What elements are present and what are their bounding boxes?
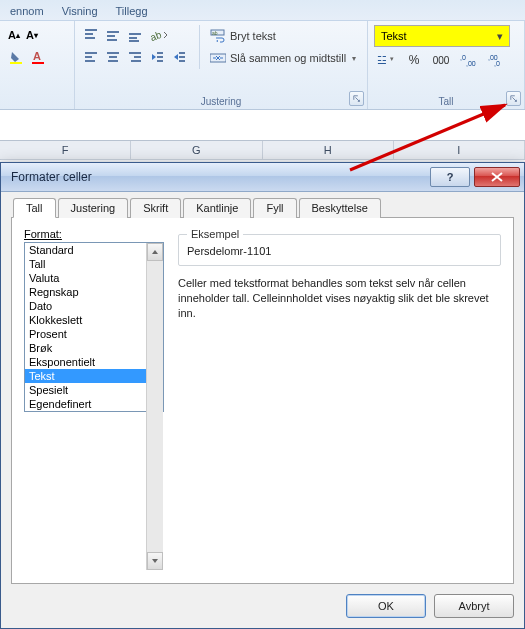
format-list-item[interactable]: Eksponentielt — [25, 355, 163, 369]
svg-rect-11 — [129, 40, 139, 42]
svg-rect-26 — [179, 56, 185, 58]
accounting-format-button[interactable]: ☳▾ — [374, 50, 400, 70]
scroll-down-button[interactable] — [147, 552, 163, 570]
dialog-titlebar: Formater celler ? — [1, 163, 524, 192]
merge-center-button[interactable]: Slå sammen og midtstill ▾ — [206, 47, 360, 69]
format-list-item[interactable]: Tekst — [25, 369, 163, 383]
svg-rect-7 — [107, 35, 115, 37]
ribbon-tab[interactable]: ennom — [10, 5, 44, 20]
format-label: Format: — [24, 228, 164, 240]
svg-rect-6 — [107, 31, 119, 33]
column-header[interactable]: F — [0, 141, 131, 159]
dialog-tabs: Tall Justering Skrift Kantlinje Fyll Bes… — [11, 198, 514, 218]
svg-text:ab: ab — [150, 29, 163, 42]
format-list-item[interactable]: Prosent — [25, 327, 163, 341]
svg-rect-2 — [32, 62, 44, 64]
group-label-alignment: Justering — [75, 96, 367, 107]
comma-format-button[interactable]: 000 — [428, 50, 454, 70]
merge-center-label: Slå sammen og midtstill — [230, 52, 346, 64]
column-header[interactable]: I — [394, 141, 525, 159]
column-header[interactable]: G — [131, 141, 262, 159]
tab-beskyttelse[interactable]: Beskyttelse — [299, 198, 381, 218]
format-list-item[interactable]: Klokkeslett — [25, 313, 163, 327]
sample-value: Persdelomr-1101 — [187, 241, 492, 257]
format-list-item[interactable]: Standard — [25, 243, 163, 257]
tab-fyll[interactable]: Fyll — [253, 198, 296, 218]
svg-text:▾: ▾ — [390, 55, 394, 62]
increase-indent-button[interactable] — [169, 47, 189, 67]
dialog-title: Formater celler — [11, 170, 92, 184]
svg-rect-10 — [129, 37, 137, 39]
format-list-item[interactable]: Tall — [25, 257, 163, 271]
align-center-button[interactable] — [103, 47, 123, 67]
column-headers: F G H I — [0, 140, 525, 160]
format-list-item[interactable]: Brøk — [25, 341, 163, 355]
number-format-selected: Tekst — [381, 30, 407, 42]
help-button[interactable]: ? — [430, 167, 470, 187]
ribbon-tab[interactable]: Tillegg — [116, 5, 148, 20]
format-list-item[interactable]: Regnskap — [25, 285, 163, 299]
align-middle-button[interactable] — [103, 25, 123, 45]
close-button[interactable] — [474, 167, 520, 187]
dialog-tabpane: Format: StandardTallValutaRegnskapDatoKl… — [11, 218, 514, 584]
svg-rect-21 — [131, 60, 141, 62]
svg-rect-5 — [85, 37, 95, 39]
svg-rect-23 — [157, 56, 163, 58]
format-list-item[interactable]: Valuta — [25, 271, 163, 285]
alignment-dialog-launcher[interactable] — [349, 91, 364, 106]
decrease-indent-button[interactable] — [147, 47, 167, 67]
format-listbox[interactable]: StandardTallValutaRegnskapDatoKlokkeslet… — [24, 242, 164, 412]
listbox-scrollbar[interactable] — [146, 243, 163, 570]
group-label-number: Tall — [368, 96, 524, 107]
scroll-up-button[interactable] — [147, 243, 163, 261]
align-right-button[interactable] — [125, 47, 145, 67]
format-list-item[interactable]: Spesielt — [25, 383, 163, 397]
decrease-decimal-button[interactable]: ,00,0 — [486, 50, 510, 70]
orientation-button[interactable]: ab — [147, 25, 171, 45]
align-top-button[interactable] — [81, 25, 101, 45]
svg-rect-0 — [10, 62, 22, 64]
merge-center-icon — [210, 51, 226, 65]
ribbon-tab[interactable]: Visning — [62, 5, 98, 20]
percent-format-button[interactable]: % — [404, 50, 424, 70]
fill-color-button[interactable] — [6, 47, 26, 67]
svg-rect-18 — [108, 60, 118, 62]
svg-rect-13 — [85, 52, 97, 54]
ok-button[interactable]: OK — [346, 594, 426, 618]
font-color-button[interactable]: A — [28, 47, 48, 67]
wrap-text-label: Bryt tekst — [230, 30, 276, 42]
tab-kantlinje[interactable]: Kantlinje — [183, 198, 251, 218]
tab-justering[interactable]: Justering — [58, 198, 129, 218]
svg-text:A: A — [33, 50, 41, 62]
number-dialog-launcher[interactable] — [506, 91, 521, 106]
close-icon — [491, 172, 503, 182]
ribbon-group-font: A▴ A▾ A — [0, 21, 75, 109]
ribbon-group-number: Tekst ▾ ☳▾ % 000 ,0,00 ,00,0 Tall — [368, 21, 525, 109]
svg-text:☳: ☳ — [377, 54, 387, 66]
svg-rect-24 — [157, 60, 163, 62]
format-list-item[interactable]: Egendefinert — [25, 397, 163, 411]
number-format-dropdown[interactable]: Tekst ▾ — [374, 25, 510, 47]
sample-label: Eksempel — [187, 228, 243, 240]
column-header[interactable]: H — [263, 141, 394, 159]
svg-text:ab: ab — [212, 30, 218, 36]
svg-rect-3 — [85, 29, 97, 31]
format-description: Celler med tekstformat behandles som tek… — [178, 276, 501, 321]
align-bottom-button[interactable] — [125, 25, 145, 45]
svg-rect-16 — [107, 52, 119, 54]
wrap-text-icon: ab — [210, 29, 226, 43]
svg-text:,00: ,00 — [466, 60, 476, 67]
align-left-button[interactable] — [81, 47, 101, 67]
chevron-down-icon: ▾ — [493, 30, 507, 43]
increase-decimal-button[interactable]: ,0,00 — [458, 50, 482, 70]
format-list-item[interactable]: Dato — [25, 299, 163, 313]
cancel-button[interactable]: Avbryt — [434, 594, 514, 618]
wrap-text-button[interactable]: ab Bryt tekst — [206, 25, 360, 47]
svg-rect-17 — [109, 56, 117, 58]
tab-tall[interactable]: Tall — [13, 198, 56, 218]
tab-skrift[interactable]: Skrift — [130, 198, 181, 218]
ribbon-group-alignment: ab ab Bryt tekst Slå sammen og midts — [75, 21, 368, 109]
grow-font-button[interactable]: A▴ — [6, 25, 22, 45]
shrink-font-button[interactable]: A▾ — [24, 25, 40, 45]
svg-rect-9 — [129, 33, 141, 35]
